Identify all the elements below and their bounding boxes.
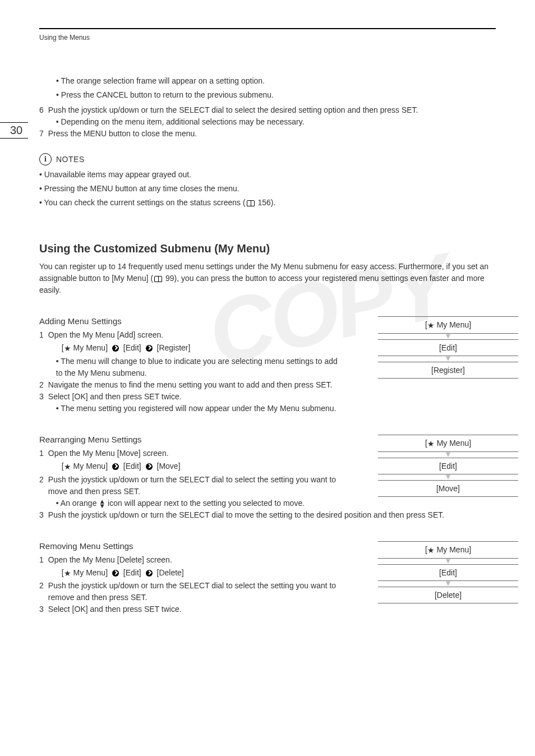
removing-step-1: 1 Open the My Menu [Delete] screen. [★ M… <box>39 554 342 580</box>
notes-label: NOTES <box>56 155 85 164</box>
top-rule <box>39 28 496 29</box>
star-icon: ★ <box>64 344 71 353</box>
updown-icon: ▲▼ <box>99 499 105 508</box>
menu-path: [★ My Menu] [Edit] [Register] <box>62 342 342 354</box>
sub-title: Rearranging Menu Settings <box>39 435 342 444</box>
path-part: [Edit] <box>123 568 141 577</box>
path-box-adding: [★ My Menu] ▾ [Edit] ▾ [Register] <box>378 316 518 379</box>
path-part: My Menu] <box>73 568 108 577</box>
rearranging-subsection: [★ My Menu] ▾ [Edit] ▾ [Move] Rearrangin… <box>39 435 496 521</box>
path-part: My Menu] <box>73 462 108 471</box>
note-text: You can check the current settings on th… <box>44 198 246 207</box>
path-label: My Menu] <box>437 439 471 448</box>
book-icon <box>154 276 162 282</box>
path-row: [Delete] <box>378 587 518 603</box>
sub-title: Adding Menu Settings <box>39 316 342 326</box>
running-head: Using the Menus <box>39 34 496 42</box>
adding-step-2: 2 Navigate the menus to find the menu se… <box>39 379 342 391</box>
sub-text: An orange <box>61 499 99 508</box>
removing-subsection: [★ My Menu] ▾ [Edit] ▾ [Delete] Removing… <box>39 541 496 616</box>
star-icon: ★ <box>427 321 435 330</box>
step-text: Push the joystick up/down or turn the SE… <box>48 580 342 603</box>
step-text: Press the MENU button to close the menu. <box>48 128 197 140</box>
step-number: 2 <box>39 580 44 603</box>
info-icon: i <box>39 153 52 165</box>
arrow-icon <box>146 570 153 577</box>
rearranging-step-3: 3 Push the joystick up/down or turn the … <box>39 509 496 521</box>
step-number: 6 <box>39 104 44 128</box>
note-item: Unavailable items may appear grayed out. <box>39 169 496 181</box>
menu-path: [★ My Menu] [Edit] [Delete] <box>62 567 342 579</box>
step-text: Navigate the menus to find the menu sett… <box>48 379 342 391</box>
step-sub-bullet: Depending on the menu item, additional s… <box>56 116 496 128</box>
path-row: [Register] <box>378 362 518 379</box>
rearranging-step-2: 2 Push the joystick up/down or turn the … <box>39 474 342 509</box>
step-sub-bullet: The menu setting you registered will now… <box>56 403 496 414</box>
note-item: You can check the current settings on th… <box>39 197 496 209</box>
step-text: Push the joystick up/down or turn the SE… <box>48 509 496 521</box>
notes-heading: i NOTES <box>39 153 496 165</box>
step-number: 1 <box>39 554 44 580</box>
step-text: Open the My Menu [Move] screen. <box>48 449 169 458</box>
step-7: 7 Press the MENU button to close the men… <box>39 128 496 140</box>
path-part: My Menu] <box>73 343 108 352</box>
path-box-rearranging: [★ My Menu] ▾ [Edit] ▾ [Move] <box>378 435 518 497</box>
step-number: 2 <box>39 474 44 509</box>
sub-text: icon will appear next to the setting you… <box>105 499 305 508</box>
intro-bullet: Press the CANCEL button to return to the… <box>56 89 496 101</box>
step-number: 3 <box>39 509 44 521</box>
book-icon <box>247 200 255 206</box>
step-number: 7 <box>39 128 44 140</box>
arrow-icon <box>112 570 119 577</box>
section-intro: You can register up to 14 frequently use… <box>39 261 496 296</box>
note-ref: 156). <box>256 198 276 207</box>
notes-list: Unavailable items may appear grayed out.… <box>39 169 496 209</box>
removing-step-2: 2 Push the joystick up/down or turn the … <box>39 580 342 603</box>
menu-path: [★ My Menu] [Edit] [Move] <box>62 460 342 473</box>
sub-title: Removing Menu Settings <box>39 541 342 551</box>
removing-step-3: 3 Select [OK] and then press SET twice. <box>39 603 342 615</box>
adding-subsection: [★ My Menu] ▾ [Edit] ▾ [Register] Adding… <box>39 316 496 414</box>
step-6: 6 Push the joystick up/down or turn the … <box>39 104 496 128</box>
section-title: Using the Customized Submenu (My Menu) <box>39 242 496 255</box>
adding-step-3: 3 Select [OK] and then press SET twice. … <box>39 391 496 414</box>
step-number: 2 <box>39 379 44 391</box>
rearranging-step-1: 1 Open the My Menu [Move] screen. [★ My … <box>39 448 342 474</box>
star-icon: ★ <box>427 439 435 448</box>
path-label: My Menu] <box>437 320 471 329</box>
path-row: [Move] <box>378 480 518 497</box>
path-label: My Menu] <box>437 545 471 554</box>
page-number: 30 <box>0 122 28 139</box>
arrow-icon <box>146 463 153 470</box>
step-number: 3 <box>39 391 44 414</box>
step-number: 1 <box>39 329 44 379</box>
path-part: [Move] <box>157 462 181 471</box>
step-text: Push the joystick up/down or turn the SE… <box>48 105 418 114</box>
step-text: Select [OK] and then press SET twice. <box>48 603 342 615</box>
step-number: 3 <box>39 603 44 615</box>
step-sub-bullet: The menu will change to blue to indicate… <box>56 356 342 379</box>
arrow-icon <box>112 345 119 352</box>
arrow-icon <box>146 345 153 352</box>
path-part: [Delete] <box>157 568 184 577</box>
note-item: Pressing the MENU button at any time clo… <box>39 183 496 195</box>
step-sub-bullet: An orange ▲▼ icon will appear next to th… <box>56 497 342 509</box>
star-icon: ★ <box>64 462 71 471</box>
arrow-icon <box>112 463 119 470</box>
path-part: [Register] <box>157 343 191 352</box>
step-text: Open the My Menu [Add] screen. <box>48 330 163 339</box>
star-icon: ★ <box>64 568 71 577</box>
path-part: [Edit] <box>123 462 141 471</box>
path-part: [Edit] <box>123 343 141 352</box>
path-box-removing: [★ My Menu] ▾ [Edit] ▾ [Delete] <box>378 541 518 603</box>
star-icon: ★ <box>427 546 435 555</box>
step-text: Push the joystick up/down or turn the SE… <box>48 475 336 496</box>
adding-step-1: 1 Open the My Menu [Add] screen. [★ My M… <box>39 329 342 379</box>
intro-bullets: The orange selection frame will appear o… <box>56 75 496 101</box>
step-number: 1 <box>39 448 44 474</box>
step-text: Select [OK] and then press SET twice. <box>48 392 182 401</box>
intro-bullet: The orange selection frame will appear o… <box>56 75 496 87</box>
page-content: The orange selection frame will appear o… <box>39 75 496 615</box>
step-text: Open the My Menu [Delete] screen. <box>48 555 172 564</box>
